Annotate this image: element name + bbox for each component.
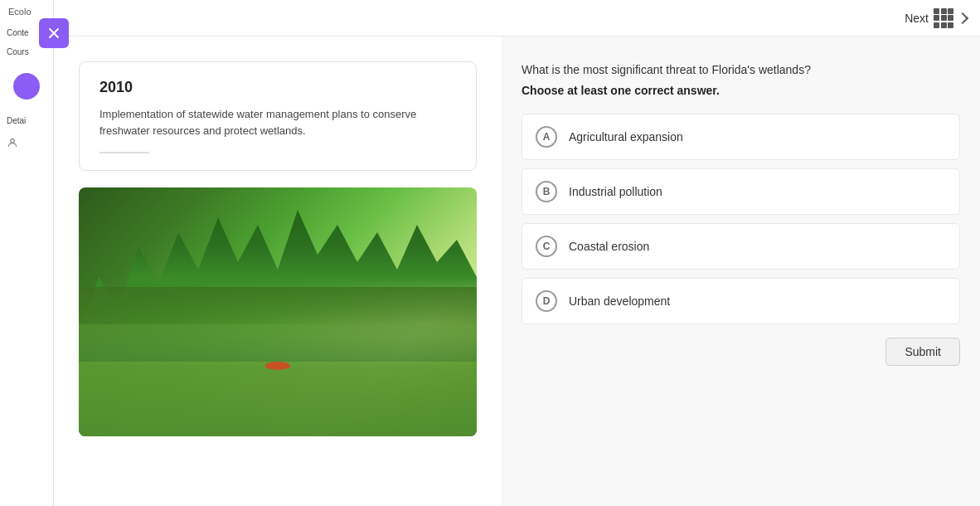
sidebar-item-details[interactable]: Detai <box>0 111 53 130</box>
left-column: 2010 Implementation of statewide water m… <box>54 36 502 506</box>
year-divider <box>99 152 149 153</box>
next-label: Next <box>905 12 929 25</box>
close-button[interactable] <box>39 18 69 48</box>
grid-icon <box>934 8 953 28</box>
option-b-circle: B <box>536 181 557 202</box>
right-column: What is the most significant threat to F… <box>502 36 980 506</box>
option-d[interactable]: D Urban development <box>522 278 960 324</box>
question-instruction: Choose at least one correct answer. <box>522 84 960 97</box>
option-c-label: Coastal erosion <box>569 240 649 253</box>
option-a-circle: A <box>536 126 557 148</box>
option-a[interactable]: A Agricultural expansion <box>522 114 960 160</box>
user-icon <box>7 137 18 148</box>
submit-area: Submit <box>522 338 960 366</box>
content-area: 2010 Implementation of statewide water m… <box>54 36 980 506</box>
kayak <box>265 362 290 370</box>
avatar <box>13 73 40 100</box>
next-button-area[interactable]: Next <box>905 8 967 28</box>
option-a-label: Agricultural expansion <box>569 130 683 144</box>
sidebar: Ecolo Conte Cours Detai <box>0 0 54 506</box>
option-b-label: Industrial pollution <box>569 185 662 198</box>
sidebar-user <box>0 130 53 155</box>
year-card: 2010 Implementation of statewide water m… <box>79 61 477 171</box>
chevron-right-icon <box>957 12 968 23</box>
option-d-label: Urban development <box>569 294 670 308</box>
option-c-circle: C <box>536 236 557 257</box>
option-d-circle: D <box>536 290 557 312</box>
year-title: 2010 <box>99 79 456 96</box>
algae-layer <box>79 362 477 436</box>
question-text: What is the most significant threat to F… <box>522 61 960 79</box>
modal-overlay: Next 2010 Implementation of statewide wa… <box>54 0 980 506</box>
year-description: Implementation of statewide water manage… <box>99 106 456 139</box>
submit-button[interactable]: Submit <box>885 338 960 366</box>
top-bar: Next <box>54 0 980 36</box>
wetlands-photo <box>79 187 477 436</box>
sidebar-avatar-area <box>0 66 53 106</box>
svg-point-0 <box>11 139 15 143</box>
option-c[interactable]: C Coastal erosion <box>522 223 960 270</box>
option-b[interactable]: B Industrial pollution <box>522 168 960 215</box>
